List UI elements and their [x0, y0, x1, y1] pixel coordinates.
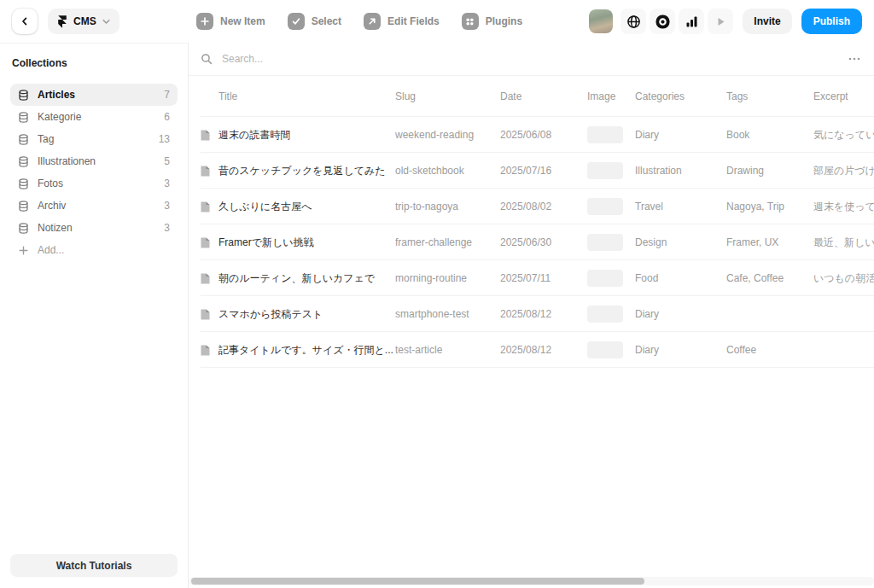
new-item-button[interactable]: New Item — [196, 13, 265, 30]
cell-title: 昔のスケッチブックを見返してみた — [218, 164, 395, 178]
back-button[interactable] — [12, 9, 38, 34]
sidebar-item-label: Notizen — [38, 222, 73, 234]
search-icon — [201, 53, 213, 65]
column-header-slug[interactable]: Slug — [395, 90, 500, 102]
cell-image — [587, 341, 635, 358]
cell-excerpt: 最近、新しい — [813, 236, 874, 250]
cell-date: 2025/06/08 — [500, 129, 587, 141]
sidebar-item-illustrationen[interactable]: Illustrationen 5 — [10, 150, 178, 172]
image-placeholder — [587, 341, 623, 358]
add-collection-label: Add... — [38, 244, 64, 256]
sidebar-item-label: Fotos — [38, 178, 63, 189]
sidebar-item-kategorie[interactable]: Kategorie 6 — [10, 106, 178, 128]
cell-excerpt: 気になってい — [813, 128, 874, 143]
cell-excerpt: いつもの朝活 — [813, 271, 874, 286]
table-row[interactable]: 久しぶりに名古屋へ trip-to-nagoya 2025/08/02 Trav… — [189, 189, 874, 224]
sidebar-item-fotos[interactable]: Fotos 3 — [10, 172, 178, 195]
sidebar-item-articles[interactable]: Articles 7 — [10, 84, 178, 106]
column-header-date[interactable]: Date — [500, 90, 587, 102]
table-header: Title Slug Date Image Categories Tags Ex… — [189, 76, 874, 117]
sidebar-title: Collections — [12, 57, 178, 69]
cell-date: 2025/07/11 — [500, 272, 587, 284]
collection-content: Title Slug Date Image Categories Tags Ex… — [189, 43, 874, 588]
table-row[interactable]: Framerで新しい挑戦 framer-challenge 2025/06/30… — [189, 224, 874, 260]
column-header-excerpt[interactable]: Excerpt — [813, 90, 874, 102]
cell-date: 2025/08/12 — [500, 344, 587, 356]
cell-slug: morning-routine — [395, 272, 500, 284]
column-header-image[interactable]: Image — [587, 90, 635, 102]
item-count-badge: 3 — [164, 200, 170, 212]
cell-slug: test-article — [395, 344, 500, 356]
cell-categories: Diary — [635, 344, 726, 356]
cms-app: CMS New Item Select — [0, 0, 874, 588]
image-placeholder — [587, 162, 623, 179]
cell-title: Framerで新しい挑戦 — [218, 236, 395, 250]
sidebar-item-notizen[interactable]: Notizen 3 — [10, 217, 178, 239]
cell-tags: Book — [726, 129, 813, 141]
cell-image — [587, 306, 635, 323]
cell-tags: Coffee — [726, 344, 813, 356]
cell-tags: Nagoya, Trip — [726, 201, 813, 212]
document-icon — [201, 201, 218, 212]
new-item-label: New Item — [220, 15, 265, 27]
sidebar-item-archiv[interactable]: Archiv 3 — [10, 195, 178, 217]
sidebar-item-label: Illustrationen — [38, 155, 96, 167]
database-icon — [18, 134, 29, 145]
table-row[interactable]: 記事タイトルです。サイズ・行間と... test-article 2025/08… — [189, 332, 874, 368]
horizontal-scrollbar-thumb[interactable] — [191, 578, 644, 585]
database-icon — [18, 201, 29, 212]
cell-date: 2025/08/02 — [500, 201, 587, 212]
edit-fields-button[interactable]: Edit Fields — [364, 13, 440, 30]
more-options-button[interactable] — [847, 54, 862, 64]
chevron-down-icon — [102, 19, 110, 25]
settings-icon — [656, 15, 670, 29]
workspace-dropdown[interactable]: CMS — [48, 9, 119, 34]
invite-button[interactable]: Invite — [743, 9, 791, 34]
play-icon — [715, 16, 726, 27]
sidebar-item-label: Archiv — [38, 200, 66, 212]
analytics-button[interactable] — [679, 9, 704, 34]
database-icon — [18, 156, 29, 167]
table-row[interactable]: スマホから投稿テスト smartphone-test 2025/08/12 Di… — [189, 296, 874, 332]
document-icon — [201, 273, 218, 284]
table-row[interactable]: 昔のスケッチブックを見返してみた old-sketchbook 2025/07/… — [189, 153, 874, 189]
cell-slug: framer-challenge — [395, 236, 500, 248]
cell-categories: Illustration — [635, 165, 726, 177]
database-icon — [18, 223, 29, 234]
search-input[interactable] — [222, 53, 837, 65]
preview-button[interactable] — [708, 9, 733, 34]
image-placeholder — [587, 234, 623, 251]
plus-icon — [18, 246, 29, 255]
cell-tags: Cafe, Coffee — [726, 272, 813, 284]
database-icon — [18, 112, 29, 123]
check-icon — [288, 13, 305, 30]
settings-button[interactable] — [650, 9, 675, 34]
framer-logo-icon — [57, 15, 67, 28]
arrow-up-right-icon — [364, 13, 381, 30]
user-avatar[interactable] — [589, 9, 613, 33]
cell-categories: Travel — [635, 201, 726, 212]
search-bar — [189, 43, 874, 76]
cell-slug: old-sketchbook — [395, 165, 500, 177]
table-row[interactable]: 朝のルーティン、新しいカフェで morning-routine 2025/07/… — [189, 260, 874, 296]
cell-image — [587, 162, 635, 179]
plugins-button[interactable]: Plugins — [462, 13, 522, 30]
select-button[interactable]: Select — [288, 13, 341, 30]
table-row[interactable]: 週末の読書時間 weekend-reading 2025/06/08 Diary… — [189, 117, 874, 153]
column-header-title[interactable]: Title — [218, 90, 395, 102]
bar-chart-icon — [685, 15, 698, 28]
cell-categories: Diary — [635, 308, 726, 320]
cell-image — [587, 270, 635, 287]
localization-button[interactable] — [621, 9, 646, 34]
publish-button[interactable]: Publish — [801, 9, 862, 34]
cell-image — [587, 234, 635, 251]
item-count-badge: 3 — [164, 222, 170, 234]
workspace-label: CMS — [73, 15, 96, 27]
add-collection-button[interactable]: Add... — [10, 239, 178, 261]
edit-fields-label: Edit Fields — [387, 15, 440, 27]
column-header-categories[interactable]: Categories — [635, 90, 726, 102]
watch-tutorials-button[interactable]: Watch Tutorials — [10, 554, 178, 577]
item-count-badge: 6 — [164, 111, 170, 123]
column-header-tags[interactable]: Tags — [726, 90, 813, 102]
sidebar-item-tag[interactable]: Tag 13 — [10, 128, 178, 150]
